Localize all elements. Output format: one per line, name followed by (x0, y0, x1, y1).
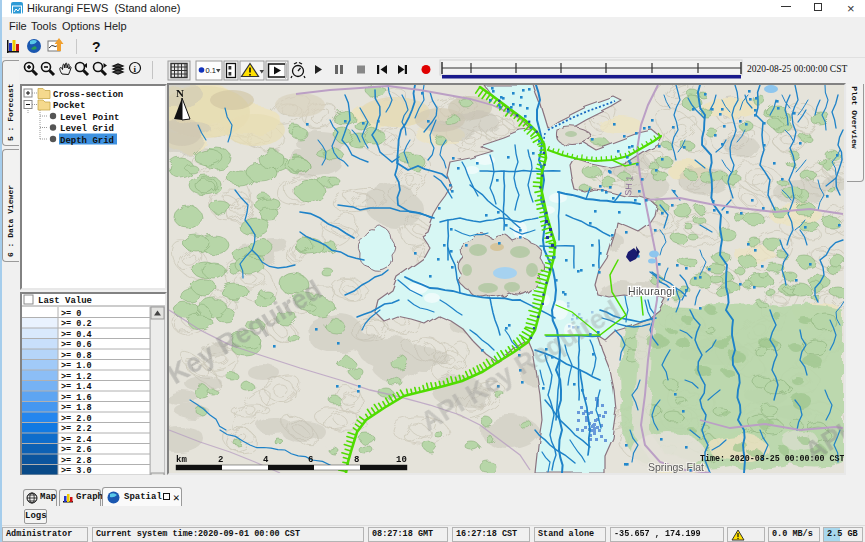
svg-text:km: km (176, 455, 187, 465)
svg-text:Last Value: Last Value (38, 296, 92, 306)
svg-text:Level Grid: Level Grid (60, 124, 114, 134)
svg-text:10: 10 (396, 455, 407, 465)
svg-text:?: ? (92, 39, 101, 55)
svg-text:Time: 2020-08-25 00:00:00 CST: Time: 2020-08-25 00:00:00 CST (700, 454, 844, 463)
svg-text:0.1: 0.1 (206, 66, 216, 75)
svg-text:i: i (134, 64, 137, 74)
svg-text:Depth Grid: Depth Grid (60, 136, 114, 146)
svg-text:Hikurangi: Hikurangi (628, 285, 675, 297)
svg-text:SH 1: SH 1 (623, 175, 635, 196)
svg-text:2: 2 (218, 455, 223, 465)
svg-text:Cross-section: Cross-section (53, 90, 123, 100)
svg-text:8: 8 (354, 455, 359, 465)
svg-text:6: 6 (308, 455, 313, 465)
svg-text:Springs Flat: Springs Flat (648, 461, 704, 473)
svg-text:Level Point: Level Point (60, 113, 119, 123)
svg-text:Pocket: Pocket (53, 101, 85, 111)
svg-text:N: N (176, 87, 184, 99)
svg-text:2020-08-25 00:00:00 CST: 2020-08-25 00:00:00 CST (747, 64, 847, 74)
svg-text:4: 4 (263, 455, 269, 465)
